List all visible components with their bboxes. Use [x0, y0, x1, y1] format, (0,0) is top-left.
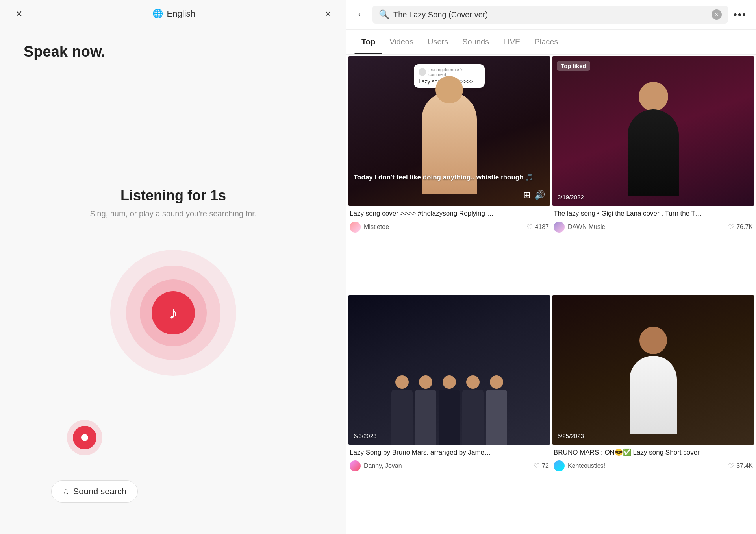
left-top-bar: × 🌐 English ×	[0, 0, 346, 28]
video-thumbnail-3: 6/3/2023	[348, 295, 550, 445]
tab-videos[interactable]: Videos	[382, 30, 421, 54]
music-circle-animation[interactable]: ♪	[110, 250, 236, 376]
screen-icon[interactable]: ⊞	[523, 190, 530, 200]
video-author-3: Danny, Jovan	[350, 460, 402, 471]
voice-circle-inner	[73, 426, 96, 449]
video-author-4: Kentcoustics!	[554, 460, 605, 471]
group-head-3	[443, 375, 456, 389]
likes-count-3: 72	[542, 462, 549, 469]
video-card-3[interactable]: 6/3/2023 Lazy Song by Bruno Mars, arrang…	[348, 295, 550, 532]
author-name-1: Mistletoe	[364, 224, 389, 231]
tab-sounds[interactable]: Sounds	[455, 30, 496, 54]
group-body-2	[415, 390, 436, 445]
video-info-2: The lazy song • Gigi the Lana cover . Tu…	[552, 206, 754, 237]
likes-count-1: 4187	[535, 224, 549, 231]
video-thumbnail-2: Top liked 3/19/2022	[552, 56, 754, 206]
search-clear-button[interactable]: ×	[712, 9, 722, 20]
video-date-3: 6/3/2023	[354, 432, 376, 439]
search-bar-container: ← 🔍 × •••	[346, 0, 756, 30]
tab-users[interactable]: Users	[421, 30, 455, 54]
author-avatar-1	[350, 222, 361, 233]
group-person-3	[437, 375, 461, 445]
author-avatar-4	[554, 460, 565, 471]
music-note-icon: ♪	[169, 303, 178, 323]
video-meta-2: DAWN Music ♡ 76.7K	[554, 222, 753, 233]
sound-search-icon: ♫	[63, 486, 69, 497]
person-body-2	[628, 109, 679, 196]
search-icon: 🔍	[379, 9, 389, 20]
volume-icon[interactable]: 🔊	[534, 190, 545, 200]
group-person-5	[485, 375, 508, 445]
listening-subtitle: Sing, hum, or play a sound you're search…	[90, 209, 257, 218]
author-name-3: Danny, Jovan	[364, 462, 402, 469]
voice-dot	[81, 434, 88, 441]
video-card-1[interactable]: jeanmgeldenous's comment Lazy song cover…	[348, 56, 550, 294]
video-info-4: BRUNO MARS : ON😎✅ Lazy song Short cover …	[552, 445, 754, 476]
globe-icon: 🌐	[152, 9, 163, 19]
group-body-4	[462, 390, 484, 445]
tabs-row: Top Videos Users Sounds LIVE Places	[346, 30, 756, 55]
video-card-2[interactable]: Top liked 3/19/2022 The lazy song • Gigi…	[552, 56, 754, 294]
tab-top[interactable]: Top	[354, 30, 382, 54]
video-date-4: 5/25/2023	[558, 432, 584, 439]
group-body-1	[391, 390, 413, 445]
person-body-4	[630, 356, 677, 434]
person-figure-4	[622, 327, 685, 429]
video-thumbnail-1: jeanmgeldenous's comment Lazy song cover…	[348, 56, 550, 206]
video-info-3: Lazy Song by Bruno Mars, arranged by Jam…	[348, 445, 550, 476]
heart-icon-1: ♡	[526, 223, 533, 231]
music-search-button[interactable]: ♪	[152, 291, 195, 334]
sound-search-button[interactable]: ♫ Sound search	[51, 480, 138, 503]
person-head-2	[639, 82, 668, 111]
voice-indicator	[67, 420, 102, 455]
tab-places[interactable]: Places	[527, 30, 565, 54]
video-meta-1: Mistletoe ♡ 4187	[350, 222, 549, 233]
video-info-1: Lazy song cover >>>> #thelazysong Replyi…	[348, 206, 550, 237]
figure-1	[348, 56, 550, 206]
group-body-3	[439, 390, 460, 445]
author-avatar-3	[350, 460, 361, 471]
video-thumbnail-4: 5/25/2023	[552, 295, 754, 445]
video-title-1: Lazy song cover >>>> #thelazysong Replyi…	[350, 209, 549, 218]
search-input[interactable]	[393, 10, 708, 19]
tab-live[interactable]: LIVE	[496, 30, 527, 54]
speak-now-text: Speak now.	[24, 43, 106, 60]
video-author-2: DAWN Music	[554, 222, 605, 233]
language-label: English	[167, 9, 195, 19]
left-panel: × 🌐 English × Speak now. Listening for 1…	[0, 0, 346, 534]
video-meta-3: Danny, Jovan ♡ 72	[350, 460, 549, 471]
heart-icon-2: ♡	[728, 223, 734, 231]
group-body-5	[486, 390, 507, 445]
likes-count-2: 76.7K	[736, 224, 753, 231]
language-close-button[interactable]: ×	[325, 8, 331, 19]
author-name-2: DAWN Music	[568, 224, 605, 231]
video-card-4[interactable]: 5/25/2023 BRUNO MARS : ON😎✅ Lazy song Sh…	[552, 295, 754, 532]
figure-3	[348, 295, 550, 445]
listening-title: Listening for 1s	[120, 187, 226, 204]
video-meta-4: Kentcoustics! ♡ 37.4K	[554, 460, 753, 471]
video-likes-2: ♡ 76.7K	[728, 223, 753, 231]
group-head-5	[490, 375, 503, 389]
language-selector[interactable]: 🌐 English	[152, 9, 195, 19]
video-grid: jeanmgeldenous's comment Lazy song cover…	[346, 55, 756, 534]
group-head-2	[419, 375, 432, 389]
video-likes-4: ♡ 37.4K	[728, 462, 753, 470]
group-head-1	[395, 375, 409, 389]
left-close-button[interactable]: ×	[16, 8, 22, 19]
figure-4	[552, 295, 754, 445]
back-button[interactable]: ←	[356, 8, 367, 21]
heart-icon-3: ♡	[534, 462, 540, 470]
video-title-2: The lazy song • Gigi the Lana cover . Tu…	[554, 209, 753, 218]
person-figure-2	[618, 80, 689, 198]
more-options-button[interactable]: •••	[734, 9, 747, 21]
group-head-4	[466, 375, 480, 389]
video-likes-1: ♡ 4187	[526, 223, 549, 231]
video-title-4: BRUNO MARS : ON😎✅ Lazy song Short cover	[554, 448, 753, 457]
video-likes-3: ♡ 72	[534, 462, 549, 470]
group-person-1	[390, 375, 414, 445]
speak-now-section: Speak now.	[0, 28, 346, 68]
author-name-4: Kentcoustics!	[568, 462, 605, 469]
video-date-2: 3/19/2022	[558, 194, 584, 200]
group-person-2	[414, 375, 437, 445]
video-icons-1: ⊞ 🔊	[523, 190, 545, 200]
